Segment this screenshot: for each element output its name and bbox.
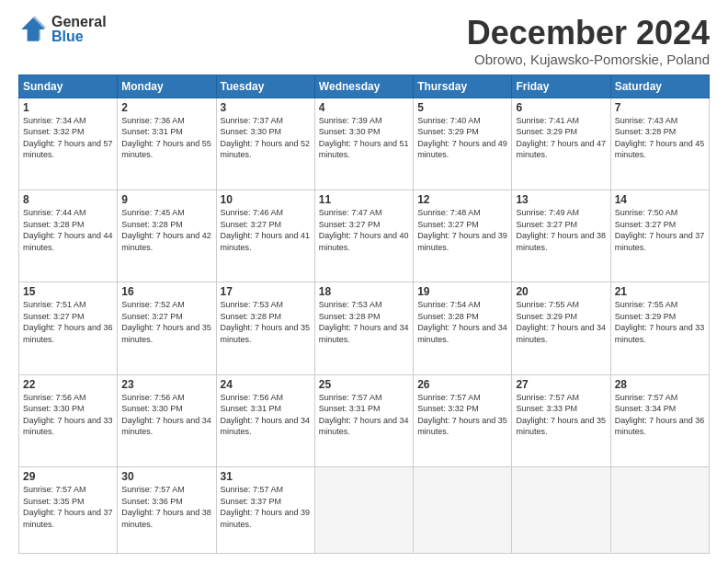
table-row: 21 Sunrise: 7:55 AM Sunset: 3:29 PM Dayl… (610, 282, 709, 374)
table-row: 16 Sunrise: 7:52 AM Sunset: 3:27 PM Dayl… (118, 282, 216, 374)
calendar-week-row: 8 Sunrise: 7:44 AM Sunset: 3:28 PM Dayli… (19, 190, 710, 282)
day-detail: Sunrise: 7:39 AM Sunset: 3:30 PM Dayligh… (319, 115, 409, 161)
day-detail: Sunrise: 7:36 AM Sunset: 3:31 PM Dayligh… (121, 115, 211, 161)
day-number: 29 (23, 470, 113, 483)
calendar-week-row: 15 Sunrise: 7:51 AM Sunset: 3:27 PM Dayl… (19, 282, 710, 374)
table-row: 4 Sunrise: 7:39 AM Sunset: 3:30 PM Dayli… (314, 98, 413, 190)
table-row: 7 Sunrise: 7:43 AM Sunset: 3:28 PM Dayli… (610, 98, 709, 190)
day-detail: Sunrise: 7:57 AM Sunset: 3:37 PM Dayligh… (221, 484, 311, 530)
logo-general-text: General (51, 15, 107, 29)
day-number: 26 (417, 378, 507, 391)
calendar-week-row: 1 Sunrise: 7:34 AM Sunset: 3:32 PM Dayli… (19, 98, 710, 190)
day-detail: Sunrise: 7:56 AM Sunset: 3:30 PM Dayligh… (23, 392, 113, 438)
day-number: 25 (319, 378, 409, 391)
col-thursday: Thursday (414, 75, 512, 98)
table-row: 25 Sunrise: 7:57 AM Sunset: 3:31 PM Dayl… (314, 374, 413, 466)
day-detail: Sunrise: 7:50 AM Sunset: 3:27 PM Dayligh… (615, 207, 705, 253)
day-number: 10 (221, 193, 311, 206)
day-detail: Sunrise: 7:46 AM Sunset: 3:27 PM Dayligh… (221, 207, 311, 253)
table-row: 13 Sunrise: 7:49 AM Sunset: 3:27 PM Dayl… (512, 190, 610, 282)
day-number: 4 (319, 101, 409, 114)
title-block: December 2024 Obrowo, Kujawsko-Pomorskie… (467, 15, 710, 67)
day-detail: Sunrise: 7:57 AM Sunset: 3:31 PM Dayligh… (319, 392, 409, 438)
day-number: 31 (221, 470, 311, 483)
day-number: 13 (516, 193, 606, 206)
day-detail: Sunrise: 7:47 AM Sunset: 3:27 PM Dayligh… (319, 207, 409, 253)
header: General Blue December 2024 Obrowo, Kujaw… (18, 15, 710, 67)
day-number: 18 (319, 285, 409, 298)
location-subtitle: Obrowo, Kujawsko-Pomorskie, Poland (467, 52, 710, 67)
table-row: 29 Sunrise: 7:57 AM Sunset: 3:35 PM Dayl… (19, 466, 118, 553)
table-row: 27 Sunrise: 7:57 AM Sunset: 3:33 PM Dayl… (512, 374, 610, 466)
col-sunday: Sunday (19, 75, 118, 98)
day-detail: Sunrise: 7:34 AM Sunset: 3:32 PM Dayligh… (23, 115, 113, 161)
table-row (314, 466, 413, 553)
table-row: 2 Sunrise: 7:36 AM Sunset: 3:31 PM Dayli… (118, 98, 216, 190)
col-tuesday: Tuesday (216, 75, 314, 98)
table-row (610, 466, 709, 553)
day-number: 23 (121, 378, 211, 391)
day-detail: Sunrise: 7:48 AM Sunset: 3:27 PM Dayligh… (417, 207, 507, 253)
day-detail: Sunrise: 7:53 AM Sunset: 3:28 PM Dayligh… (221, 299, 311, 345)
table-row: 20 Sunrise: 7:55 AM Sunset: 3:29 PM Dayl… (512, 282, 610, 374)
day-detail: Sunrise: 7:37 AM Sunset: 3:30 PM Dayligh… (221, 115, 311, 161)
day-number: 5 (417, 101, 507, 114)
day-number: 20 (516, 285, 606, 298)
day-detail: Sunrise: 7:56 AM Sunset: 3:31 PM Dayligh… (221, 392, 311, 438)
day-detail: Sunrise: 7:55 AM Sunset: 3:29 PM Dayligh… (615, 299, 705, 345)
day-number: 14 (615, 193, 705, 206)
page: General Blue December 2024 Obrowo, Kujaw… (0, 0, 728, 563)
month-title: December 2024 (467, 15, 710, 52)
day-detail: Sunrise: 7:55 AM Sunset: 3:29 PM Dayligh… (516, 299, 606, 345)
day-number: 8 (23, 193, 113, 206)
table-row: 18 Sunrise: 7:53 AM Sunset: 3:28 PM Dayl… (314, 282, 413, 374)
day-number: 30 (121, 470, 211, 483)
day-number: 2 (121, 101, 211, 114)
day-number: 7 (615, 101, 705, 114)
table-row (414, 466, 512, 553)
day-detail: Sunrise: 7:45 AM Sunset: 3:28 PM Dayligh… (121, 207, 211, 253)
day-detail: Sunrise: 7:52 AM Sunset: 3:27 PM Dayligh… (121, 299, 211, 345)
table-row: 3 Sunrise: 7:37 AM Sunset: 3:30 PM Dayli… (216, 98, 314, 190)
day-detail: Sunrise: 7:57 AM Sunset: 3:33 PM Dayligh… (516, 392, 606, 438)
table-row: 1 Sunrise: 7:34 AM Sunset: 3:32 PM Dayli… (19, 98, 118, 190)
day-number: 1 (23, 101, 113, 114)
table-row: 26 Sunrise: 7:57 AM Sunset: 3:32 PM Dayl… (414, 374, 512, 466)
logo: General Blue (18, 15, 107, 44)
day-number: 21 (615, 285, 705, 298)
logo-icon (18, 15, 48, 44)
day-detail: Sunrise: 7:54 AM Sunset: 3:28 PM Dayligh… (417, 299, 507, 345)
day-number: 28 (615, 378, 705, 391)
day-number: 3 (221, 101, 311, 114)
table-row: 10 Sunrise: 7:46 AM Sunset: 3:27 PM Dayl… (216, 190, 314, 282)
table-row: 31 Sunrise: 7:57 AM Sunset: 3:37 PM Dayl… (216, 466, 314, 553)
day-detail: Sunrise: 7:57 AM Sunset: 3:35 PM Dayligh… (23, 484, 113, 530)
table-row: 24 Sunrise: 7:56 AM Sunset: 3:31 PM Dayl… (216, 374, 314, 466)
day-detail: Sunrise: 7:57 AM Sunset: 3:32 PM Dayligh… (417, 392, 507, 438)
logo-text: General Blue (51, 15, 107, 44)
calendar-table: Sunday Monday Tuesday Wednesday Thursday… (18, 75, 710, 554)
day-number: 24 (221, 378, 311, 391)
day-number: 6 (516, 101, 606, 114)
day-detail: Sunrise: 7:44 AM Sunset: 3:28 PM Dayligh… (23, 207, 113, 253)
day-number: 22 (23, 378, 113, 391)
table-row: 19 Sunrise: 7:54 AM Sunset: 3:28 PM Dayl… (414, 282, 512, 374)
table-row: 14 Sunrise: 7:50 AM Sunset: 3:27 PM Dayl… (610, 190, 709, 282)
calendar-week-row: 29 Sunrise: 7:57 AM Sunset: 3:35 PM Dayl… (19, 466, 710, 553)
day-number: 27 (516, 378, 606, 391)
table-row: 23 Sunrise: 7:56 AM Sunset: 3:30 PM Dayl… (118, 374, 216, 466)
table-row: 30 Sunrise: 7:57 AM Sunset: 3:36 PM Dayl… (118, 466, 216, 553)
table-row: 22 Sunrise: 7:56 AM Sunset: 3:30 PM Dayl… (19, 374, 118, 466)
day-detail: Sunrise: 7:53 AM Sunset: 3:28 PM Dayligh… (319, 299, 409, 345)
col-friday: Friday (512, 75, 610, 98)
calendar-header-row: Sunday Monday Tuesday Wednesday Thursday… (19, 75, 710, 98)
day-detail: Sunrise: 7:49 AM Sunset: 3:27 PM Dayligh… (516, 207, 606, 253)
table-row: 12 Sunrise: 7:48 AM Sunset: 3:27 PM Dayl… (414, 190, 512, 282)
day-detail: Sunrise: 7:43 AM Sunset: 3:28 PM Dayligh… (615, 115, 705, 161)
col-wednesday: Wednesday (314, 75, 413, 98)
table-row: 6 Sunrise: 7:41 AM Sunset: 3:29 PM Dayli… (512, 98, 610, 190)
day-detail: Sunrise: 7:57 AM Sunset: 3:36 PM Dayligh… (121, 484, 211, 530)
table-row: 5 Sunrise: 7:40 AM Sunset: 3:29 PM Dayli… (414, 98, 512, 190)
day-number: 19 (417, 285, 507, 298)
day-detail: Sunrise: 7:51 AM Sunset: 3:27 PM Dayligh… (23, 299, 113, 345)
